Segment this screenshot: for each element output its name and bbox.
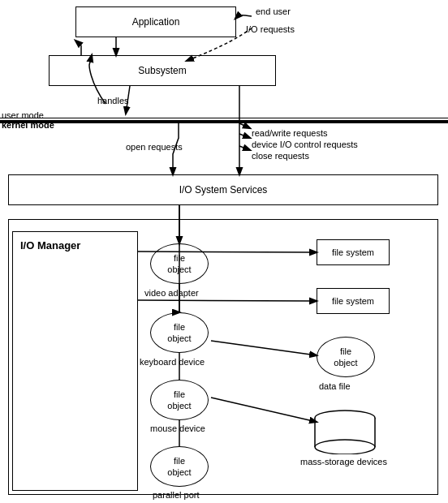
file-obj-data-label: fileobject [334,346,357,369]
mode-line-thin [0,118,448,118]
file-obj-video: fileobject [150,243,209,284]
device-io-label: device I/O control requests [252,140,358,149]
file-obj-keyboard-label: fileobject [167,321,191,345]
svg-point-4 [315,440,375,454]
user-mode-label: user mode [2,110,44,120]
file-obj-keyboard: fileobject [150,312,209,353]
io-manager-label: I/O Manager [20,239,80,252]
file-obj-video-label: fileobject [167,252,191,276]
mode-line-thick [0,120,448,123]
mass-storage-label: mass-storage devices [300,457,387,466]
file-obj-mouse: fileobject [150,380,209,420]
handles-label: handles [97,96,129,105]
file-obj-parallel-label: fileobject [167,455,191,479]
file-obj-parallel: fileobject [150,446,209,487]
subsystem-box: Subsystem [49,55,276,86]
application-box: Application [75,6,236,37]
io-requests-label: I/O requests [246,24,295,34]
data-file-label: data file [319,381,351,391]
io-manager-box [12,231,138,491]
file-obj-mouse-label: fileobject [167,389,191,412]
application-label: Application [132,16,180,28]
read-write-label: read/write requests [252,128,328,138]
close-requests-label: close requests [252,151,309,161]
io-services-box: I/O System Services [8,174,438,205]
file-system-box-1: file system [317,239,390,265]
file-system-label-2: file system [332,296,374,306]
file-system-box-2: file system [317,288,390,314]
open-requests-label: open requests [126,142,183,152]
mouse-device-label: mouse device [150,423,205,433]
file-obj-data: fileobject [317,337,375,377]
subsystem-label: Subsystem [138,65,186,76]
video-adapter-label: video adapter [144,288,199,298]
io-services-label: I/O System Services [179,184,268,196]
end-user-label: end user [256,6,291,16]
parallel-port-label: parallel port [153,490,199,500]
file-system-label-1: file system [332,247,374,257]
keyboard-device-label: keyboard device [140,357,205,367]
mass-storage-cylinder [312,410,377,454]
io-architecture-diagram: Application Subsystem user mode kernel m… [0,0,448,503]
